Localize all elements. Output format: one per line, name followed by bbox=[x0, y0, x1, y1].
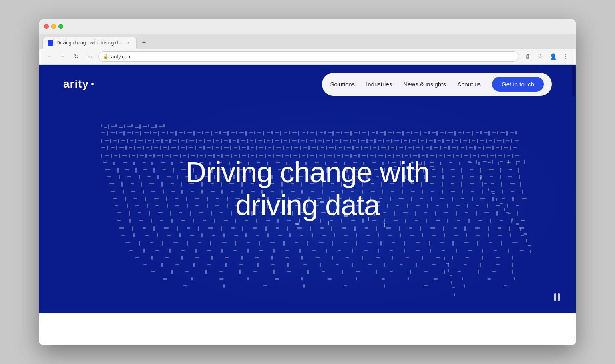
svg-rect-980 bbox=[308, 270, 309, 274]
svg-rect-916 bbox=[468, 250, 472, 251]
logo[interactable]: arity bbox=[63, 78, 94, 90]
svg-rect-9 bbox=[127, 126, 131, 127]
svg-rect-958 bbox=[320, 263, 321, 267]
svg-rect-400 bbox=[495, 154, 496, 158]
nav-about-us[interactable]: About us bbox=[457, 81, 481, 88]
svg-rect-913 bbox=[430, 249, 431, 253]
svg-rect-896 bbox=[207, 250, 211, 251]
svg-rect-1015 bbox=[504, 285, 507, 286]
active-tab[interactable]: Driving change with driving d... × bbox=[42, 37, 137, 49]
svg-rect-130 bbox=[165, 140, 168, 141]
svg-rect-621 bbox=[522, 190, 523, 194]
svg-rect-309 bbox=[105, 155, 109, 156]
back-button[interactable]: ← bbox=[44, 51, 54, 62]
nav-solutions[interactable]: Solutions bbox=[330, 81, 355, 88]
svg-rect-413 bbox=[171, 162, 173, 165]
svg-rect-257 bbox=[294, 147, 298, 148]
svg-rect-48 bbox=[227, 131, 229, 136]
home-button[interactable]: ⌂ bbox=[85, 51, 95, 62]
svg-rect-922 bbox=[151, 256, 153, 260]
pause-button[interactable] bbox=[554, 293, 560, 301]
svg-rect-180 bbox=[378, 140, 382, 141]
svg-rect-324 bbox=[170, 154, 171, 158]
svg-rect-1007 bbox=[183, 285, 187, 286]
refresh-button[interactable]: ↻ bbox=[71, 51, 82, 62]
svg-rect-838 bbox=[322, 235, 326, 236]
svg-rect-240 bbox=[221, 146, 222, 150]
svg-rect-451 bbox=[117, 168, 119, 173]
svg-rect-663 bbox=[115, 205, 118, 206]
svg-rect-219 bbox=[129, 147, 132, 148]
svg-rect-784 bbox=[132, 226, 133, 231]
svg-rect-862 bbox=[187, 241, 188, 246]
svg-rect-919 bbox=[508, 249, 509, 253]
svg-rect-252 bbox=[273, 146, 274, 150]
svg-rect-933 bbox=[316, 257, 320, 258]
svg-rect-807 bbox=[386, 227, 391, 229]
forward-button[interactable]: → bbox=[58, 51, 68, 62]
svg-rect-149 bbox=[247, 139, 248, 143]
bookmark-button[interactable]: ☆ bbox=[535, 51, 545, 62]
svg-rect-282 bbox=[405, 146, 406, 150]
profile-button[interactable]: 👤 bbox=[548, 51, 558, 62]
svg-rect-136 bbox=[189, 140, 194, 141]
share-button[interactable]: ⎙ bbox=[522, 51, 533, 62]
svg-rect-1021 bbox=[452, 287, 455, 288]
svg-rect-31 bbox=[153, 132, 157, 133]
svg-rect-393 bbox=[464, 155, 468, 156]
maximize-button[interactable] bbox=[58, 24, 63, 29]
svg-rect-255 bbox=[286, 147, 289, 148]
svg-rect-968 bbox=[480, 263, 481, 267]
svg-rect-403 bbox=[507, 155, 510, 156]
svg-rect-310 bbox=[111, 154, 112, 158]
svg-rect-199 bbox=[460, 139, 461, 143]
tab-close-button[interactable]: × bbox=[125, 40, 131, 46]
svg-rect-940 bbox=[422, 256, 423, 260]
svg-rect-57 bbox=[267, 132, 270, 133]
svg-rect-846 bbox=[410, 235, 414, 236]
svg-rect-235 bbox=[199, 147, 202, 148]
nav-news-insights[interactable]: News & insights bbox=[403, 81, 446, 88]
close-button[interactable] bbox=[44, 24, 49, 29]
svg-rect-948 bbox=[161, 263, 163, 267]
address-bar[interactable]: 🔒 arity.com bbox=[98, 51, 519, 62]
svg-rect-54 bbox=[254, 131, 255, 134]
svg-rect-901 bbox=[273, 249, 275, 253]
svg-rect-193 bbox=[434, 139, 436, 143]
svg-rect-975 bbox=[219, 271, 223, 272]
svg-rect-738 bbox=[465, 212, 468, 213]
svg-rect-961 bbox=[368, 264, 372, 265]
svg-rect-385 bbox=[430, 155, 434, 156]
svg-rect-1052 bbox=[516, 223, 519, 225]
svg-rect-927 bbox=[225, 257, 229, 258]
svg-rect-176 bbox=[361, 140, 365, 141]
svg-rect-998 bbox=[301, 277, 303, 280]
svg-rect-319 bbox=[149, 155, 152, 156]
svg-rect-86 bbox=[393, 131, 394, 134]
svg-rect-977 bbox=[253, 271, 257, 272]
svg-rect-617 bbox=[482, 190, 483, 194]
browser-toolbar: ← → ↻ ⌂ 🔒 arity.com ⎙ ☆ 👤 ⋮ bbox=[39, 49, 576, 65]
svg-rect-68 bbox=[316, 131, 317, 136]
get-in-touch-button[interactable]: Get in touch bbox=[492, 77, 544, 92]
new-tab-button[interactable]: + bbox=[138, 38, 149, 49]
svg-rect-276 bbox=[378, 146, 379, 150]
menu-button[interactable]: ⋮ bbox=[561, 51, 571, 62]
svg-rect-616 bbox=[471, 191, 474, 192]
nav-industries[interactable]: Industries bbox=[366, 81, 392, 88]
svg-rect-251 bbox=[268, 147, 271, 148]
svg-rect-129 bbox=[161, 139, 163, 143]
svg-rect-969 bbox=[496, 264, 500, 265]
svg-rect-447 bbox=[498, 162, 499, 165]
minimize-button[interactable] bbox=[51, 24, 56, 29]
svg-rect-3 bbox=[104, 127, 107, 128]
svg-rect-15 bbox=[151, 127, 155, 128]
svg-rect-1026 bbox=[492, 160, 493, 164]
svg-rect-865 bbox=[222, 242, 227, 243]
svg-rect-159 bbox=[289, 139, 290, 143]
svg-rect-121 bbox=[127, 139, 128, 143]
svg-rect-125 bbox=[145, 139, 146, 143]
svg-rect-320 bbox=[153, 154, 155, 158]
svg-rect-168 bbox=[326, 140, 330, 141]
svg-rect-178 bbox=[370, 140, 373, 141]
